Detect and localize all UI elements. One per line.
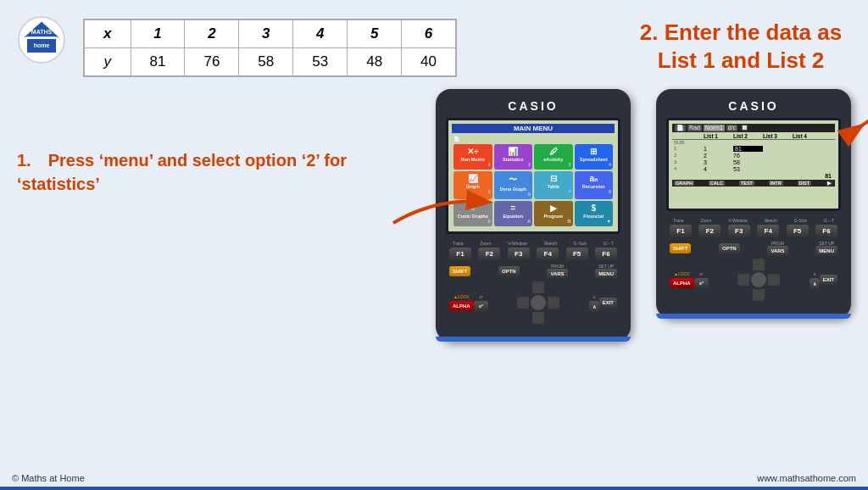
calc1-x2-btn[interactable]: x² — [474, 301, 488, 311]
table-header-x: x — [84, 19, 131, 48]
calc1-shift-btn[interactable]: SHIFT — [449, 266, 470, 276]
table-cell-1: 81 — [131, 48, 185, 77]
calc2-optn-btn[interactable]: OPTN — [719, 243, 740, 253]
table-header-1: 1 — [131, 19, 185, 48]
topbar-norm: Norm1 — [704, 125, 725, 131]
table-cell-4: 53 — [293, 48, 348, 77]
calc2-fn-keys: F1 F2 F3 F4 F5 F6 — [666, 225, 841, 237]
table-cell-6: 40 — [402, 48, 456, 77]
menu-item-dyna-graph[interactable]: 〜 Dyna Graph 6 — [494, 171, 533, 199]
calc2-screen: 📄 Rad Norm1 d/c 🔲 List 1 List 2 List 3 L… — [666, 118, 841, 211]
table-cell-5: 48 — [348, 48, 402, 77]
footer-left: © Maths at Home — [12, 473, 85, 483]
calc2-bottom-bar: GRAPH CALC TEST INTR DIST ▶ — [672, 180, 835, 187]
menu-item-program[interactable]: ▶ Program B — [534, 201, 573, 226]
menu-item-recursion[interactable]: aₙ Recursion 8 — [575, 171, 614, 199]
calc2-row-1: 1181 — [672, 146, 835, 153]
calc1-screen: MAIN MENU 📄 ✕÷ Run·Matrix 1 📊 Statistics… — [446, 118, 620, 234]
menu-item-equation[interactable]: = Equation A — [494, 201, 533, 226]
calc1-screen-title: MAIN MENU — [452, 124, 615, 133]
calc2-vars-btn[interactable]: VARS — [767, 246, 787, 256]
calc2-f3-btn[interactable]: F3 — [728, 225, 750, 237]
menu-item-graph[interactable]: 📈 Graph 5 — [453, 171, 492, 199]
calc1-f3-btn[interactable]: F3 — [508, 248, 530, 260]
table-header-2: 2 — [185, 19, 239, 48]
menu-item-financial[interactable]: $ Financial ▼ — [575, 201, 614, 226]
table-header-5: 5 — [348, 19, 402, 48]
calc1-exit-btn[interactable]: EXIT — [599, 298, 617, 308]
calc1-vars-btn[interactable]: VARS — [547, 269, 567, 279]
menu-item-eactivity[interactable]: 🖊 eActivity 3 — [534, 144, 573, 170]
calc1-mid-row1: SHIFT OPTN PRGM VARS SET UP MENU — [446, 264, 620, 279]
calc2-menu-btn[interactable]: MENU — [815, 246, 837, 256]
calc2-mid-row1: SHIFT OPTN PRGM VARS SET UP MENU — [666, 241, 841, 256]
calc2-exit-btn[interactable]: EXIT — [820, 275, 837, 285]
calc1-optn-btn[interactable]: OPTN — [498, 266, 520, 276]
calc1-menu-grid: ✕÷ Run·Matrix 1 📊 Statistics 2 🖊 eActivi… — [452, 142, 615, 228]
table-header-3: 3 — [239, 19, 293, 48]
calc2-list-header: List 1 List 2 List 3 List 4 — [672, 133, 835, 140]
data-table: x 1 2 3 4 5 6 y 81 76 58 53 48 40 — [83, 19, 457, 77]
calc2-bottom-num: 81 — [672, 173, 835, 179]
calc2-row-4: 4453 — [672, 166, 835, 173]
calc2-x2-btn[interactable]: x² — [694, 278, 709, 288]
table-header-4: 4 — [293, 19, 348, 48]
calc1-fn-keys: F1 F2 F3 F4 F5 F6 — [446, 248, 620, 260]
calc1-f5-btn[interactable]: F5 — [566, 248, 588, 260]
svg-text:home: home — [34, 42, 50, 48]
topbar-extra: 🔲 — [739, 125, 750, 131]
enter-data-instruction: 2. Enter the data as List 1 and List 2 — [631, 19, 851, 74]
left-instruction: 1. Press ‘menu’ and select option ‘2’ fo… — [17, 89, 427, 196]
topbar-rad: Rad — [687, 125, 702, 131]
calc1-alpha-btn[interactable]: ALPHA — [449, 301, 474, 311]
calc2-shift-btn[interactable]: SHIFT — [670, 243, 691, 253]
calc2-blue-stripe — [656, 314, 851, 319]
calc1-f1-btn[interactable]: F1 — [449, 248, 471, 260]
calc2-fn-labels: Trace Zoom V-Window Sketch G-Solv G↔T — [666, 218, 841, 223]
calc2-row-3: 3358 — [672, 159, 835, 166]
topbar-dc: d/c — [726, 125, 737, 131]
casio-brand-2: CASIO — [666, 99, 841, 113]
menu-item-statistics[interactable]: 📊 Statistics 2 — [494, 144, 533, 170]
calculator-1: CASIO MAIN MENU 📄 ✕÷ Run·Matrix 1 📊 Sta — [436, 89, 631, 342]
menu-item-conic[interactable]: ○ Conic Graphs 9 — [453, 201, 492, 226]
calc1-f4-btn[interactable]: F4 — [537, 248, 559, 260]
calc2-f1-btn[interactable]: F1 — [670, 225, 692, 237]
calculator-2: CASIO 📄 Rad Norm1 d/c 🔲 List 1 List 2 — [656, 89, 851, 319]
table-header-6: 6 — [402, 19, 456, 48]
calc2-f2-btn[interactable]: F2 — [698, 225, 721, 237]
casio-brand-1: CASIO — [446, 99, 620, 113]
table-cell-2: 76 — [185, 48, 239, 77]
calc2-dpad[interactable] — [737, 259, 780, 301]
calc1-hat-btn[interactable]: ∧ — [589, 301, 599, 312]
table-cell-3: 58 — [239, 48, 293, 77]
topbar-doc-icon: 📄 — [675, 125, 686, 131]
blue-bottom-bar — [0, 487, 868, 490]
calc2-f5-btn[interactable]: F5 — [787, 225, 809, 237]
logo: MATHS home — [17, 15, 66, 64]
calc2-alpha-btn[interactable]: ALPHA — [670, 278, 694, 288]
footer-right: www.mathsathome.com — [757, 473, 856, 483]
calc1-blue-stripe — [436, 337, 631, 342]
calc2-f6-btn[interactable]: F6 — [815, 225, 837, 237]
table-row-label: y — [84, 48, 131, 77]
calc2-hat-btn[interactable]: ∧ — [810, 278, 820, 289]
svg-text:MATHS: MATHS — [31, 29, 53, 35]
calc1-f6-btn[interactable]: F6 — [595, 248, 617, 260]
calc2-topbar: 📄 Rad Norm1 d/c 🔲 — [672, 124, 835, 132]
menu-item-table[interactable]: ⊟ Table 7 — [534, 171, 573, 199]
calc2-row-2: 2276 — [672, 153, 835, 159]
calc1-f2-btn[interactable]: F2 — [478, 248, 500, 260]
calc2-f4-btn[interactable]: F4 — [757, 225, 779, 237]
calc1-fn-labels: Trace Zoom V-Window Sketch G-Solv G↔T — [446, 241, 620, 246]
menu-item-run[interactable]: ✕÷ Run·Matrix 1 — [453, 144, 492, 170]
calc1-dpad[interactable] — [517, 281, 559, 324]
menu-item-spreadsheet[interactable]: ⊞ Spreadsheet 4 — [575, 144, 614, 170]
footer: © Maths at Home www.mathsathome.com — [12, 473, 856, 483]
calc1-menu-btn[interactable]: MENU — [595, 269, 617, 279]
